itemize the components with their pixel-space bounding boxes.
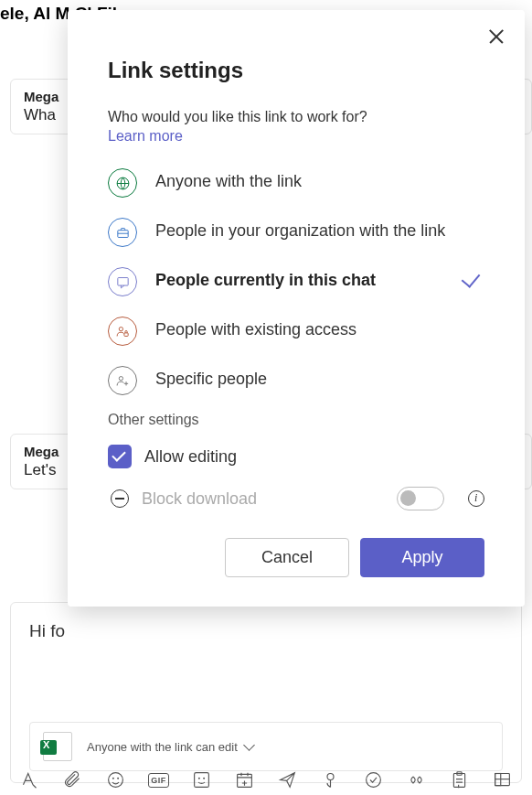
chevron-down-icon	[243, 739, 255, 751]
compose-toolbar: GIF	[20, 770, 512, 790]
block-download-label: Block download	[142, 489, 384, 509]
close-icon[interactable]	[488, 28, 505, 45]
compose-box[interactable]: Hi fo X Anyone with the link can edit	[10, 602, 522, 783]
svg-point-0	[109, 773, 123, 788]
svg-point-16	[119, 327, 122, 330]
attachment-permission-label[interactable]: Anyone with the link can edit	[87, 740, 253, 754]
svg-point-2	[118, 778, 119, 779]
schedule-meeting-icon[interactable]	[235, 770, 254, 790]
checkmark-icon	[462, 268, 481, 288]
format-icon[interactable]	[20, 770, 39, 790]
svg-rect-15	[117, 277, 127, 285]
link-settings-dialog: Link settings Who would you like this li…	[68, 10, 525, 607]
learn-more-link[interactable]: Learn more	[108, 128, 183, 145]
svg-point-5	[204, 778, 205, 779]
briefcase-icon	[108, 218, 137, 247]
globe-icon	[108, 168, 137, 198]
cancel-button[interactable]: Cancel	[225, 538, 349, 577]
option-existing-access[interactable]: People with existing access	[108, 317, 484, 346]
people-lock-icon	[108, 317, 137, 346]
allow-editing-checkbox[interactable]	[108, 445, 132, 468]
option-label: People with existing access	[155, 317, 484, 339]
svg-rect-3	[195, 773, 209, 788]
allow-editing-label: Allow editing	[144, 447, 484, 467]
attachment-chip[interactable]: X Anyone with the link can edit	[29, 722, 503, 771]
other-settings-heading: Other settings	[108, 412, 484, 428]
approvals-icon[interactable]	[364, 770, 383, 790]
svg-point-18	[119, 376, 122, 380]
block-download-toggle	[397, 487, 444, 510]
emoji-icon[interactable]	[106, 770, 125, 790]
dialog-title: Link settings	[108, 58, 484, 83]
svg-point-1	[112, 778, 113, 779]
more-apps-icon[interactable]	[493, 770, 512, 790]
option-specific-people[interactable]: Specific people	[108, 366, 484, 395]
svg-point-7	[327, 774, 334, 780]
option-label: Anyone with the link	[155, 168, 484, 191]
minus-circle-icon	[111, 489, 129, 508]
stream-icon[interactable]	[321, 770, 340, 790]
option-chat[interactable]: People currently in this chat	[108, 267, 484, 296]
svg-point-4	[198, 778, 199, 779]
block-download-row: Block download	[108, 487, 484, 510]
option-label: People in your organization with the lin…	[155, 218, 484, 241]
option-organization[interactable]: People in your organization with the lin…	[108, 218, 484, 247]
allow-editing-row[interactable]: Allow editing	[108, 445, 484, 468]
chat-icon	[108, 267, 137, 296]
apply-button[interactable]: Apply	[360, 538, 484, 577]
option-label: People currently in this chat	[155, 267, 444, 290]
option-anyone[interactable]: Anyone with the link	[108, 168, 484, 198]
send-icon[interactable]	[278, 770, 297, 790]
excel-file-icon: X	[43, 732, 72, 761]
dialog-buttons: Cancel Apply	[108, 538, 484, 577]
attach-icon[interactable]	[63, 770, 82, 790]
tasks-icon[interactable]	[450, 770, 469, 790]
option-label: Specific people	[155, 366, 484, 389]
people-plus-icon	[108, 366, 137, 395]
gif-icon[interactable]: GIF	[149, 770, 168, 790]
dialog-subtitle: Who would you like this link to work for…	[108, 109, 484, 125]
loop-icon[interactable]	[407, 770, 426, 790]
svg-rect-17	[123, 332, 127, 336]
svg-point-8	[367, 773, 381, 788]
sticker-icon[interactable]	[192, 770, 211, 790]
compose-text[interactable]: Hi fo	[29, 621, 503, 700]
info-icon[interactable]	[468, 490, 484, 507]
